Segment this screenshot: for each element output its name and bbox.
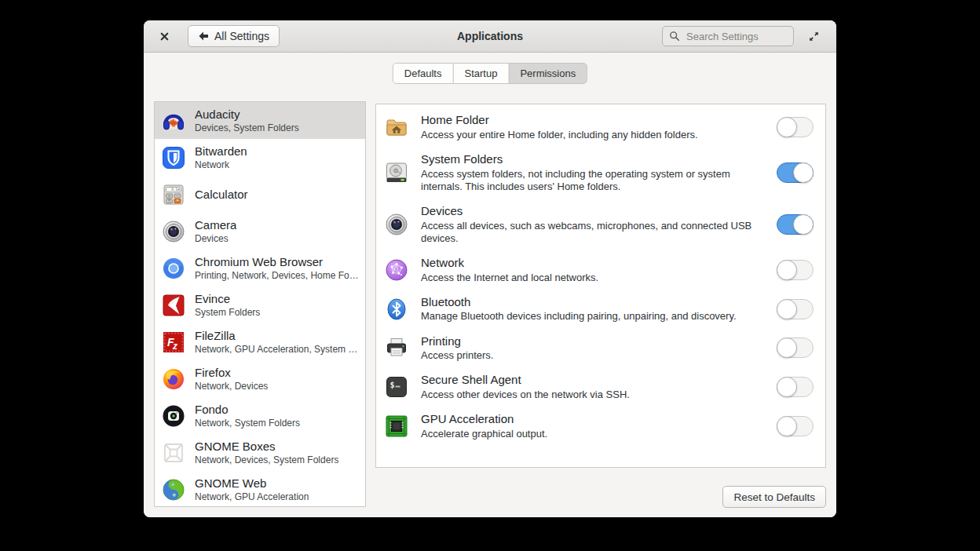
- app-permissions-summary: Devices, System Folders: [195, 122, 299, 133]
- gnome-web-icon: [161, 477, 186, 502]
- search-icon: [669, 31, 680, 42]
- app-name: Audacity: [195, 108, 299, 122]
- permission-description: Manage Bluetooth devices including pairi…: [421, 310, 765, 323]
- permission-description: Access your entire Home folder, includin…: [421, 129, 765, 141]
- audacity-icon: [161, 108, 186, 133]
- sidebar-item-gnome-boxes[interactable]: GNOME BoxesNetwork, Devices, System Fold…: [155, 434, 365, 471]
- permissions-panel: Home FolderAccess your entire Home folde…: [375, 104, 826, 468]
- toggle-knob: [777, 117, 797, 137]
- permission-title: Bluetooth: [421, 295, 765, 310]
- settings-window: All Settings Applications DefaultsStartu…: [144, 20, 836, 517]
- permission-toggle-secure-shell-agent[interactable]: [777, 377, 814, 397]
- app-name: GNOME Boxes: [195, 440, 338, 454]
- app-permissions-summary: Printing, Network, Devices, Home Folder: [195, 270, 359, 281]
- firefox-icon: [161, 367, 186, 392]
- permission-toggle-devices[interactable]: [777, 214, 814, 235]
- svg-text:×: ×: [168, 199, 170, 203]
- sidebar-item-camera[interactable]: CameraDevices: [155, 213, 365, 250]
- sidebar-item-evince[interactable]: EvinceSystem Folders: [155, 286, 365, 323]
- devices-icon: [384, 212, 409, 237]
- svg-text:3.14: 3.14: [171, 188, 180, 192]
- permission-row-bluetooth: BluetoothManage Bluetooth devices includ…: [376, 290, 825, 329]
- permission-toggle-gpu-acceleration[interactable]: [777, 416, 814, 436]
- permission-title: Secure Shell Agent: [421, 373, 765, 388]
- reset-to-defaults-button[interactable]: Reset to Defaults: [722, 486, 826, 508]
- gnome-boxes-icon: [161, 440, 186, 465]
- titlebar: All Settings Applications: [144, 20, 836, 53]
- svg-text:+: +: [168, 193, 170, 197]
- permission-toggle-printing[interactable]: [777, 338, 814, 358]
- sidebar-item-audacity[interactable]: AudacityDevices, System Folders: [155, 102, 365, 139]
- window-title: Applications: [457, 30, 523, 42]
- desktop-background: All Settings Applications DefaultsStartu…: [0, 0, 980, 551]
- app-text: Calculator: [195, 188, 248, 202]
- sidebar-item-fondo[interactable]: FondoNetwork, System Folders: [155, 397, 365, 434]
- svg-text:$: $: [390, 381, 395, 389]
- permission-title: Printing: [421, 334, 765, 349]
- tab-startup[interactable]: Startup: [452, 63, 509, 84]
- app-text: Chromium Web BrowserPrinting, Network, D…: [195, 255, 359, 281]
- ssh-icon: $: [384, 374, 409, 400]
- close-icon[interactable]: [155, 27, 174, 46]
- toggle-knob: [793, 214, 814, 235]
- permission-toggle-home-folder[interactable]: [777, 117, 814, 137]
- back-arrow-icon: [198, 31, 209, 42]
- permission-text: System FoldersAccess system folders, not…: [421, 152, 765, 193]
- app-text: FirefoxNetwork, Devices: [195, 366, 268, 392]
- sidebar-item-calculator[interactable]: 3.14+−×=Calculator: [155, 176, 365, 213]
- permission-toggle-bluetooth[interactable]: [777, 299, 814, 319]
- permission-description: Access other devices on the network via …: [421, 389, 765, 401]
- svg-text:−: −: [177, 193, 179, 197]
- all-settings-button[interactable]: All Settings: [188, 25, 280, 47]
- bitwarden-icon: [161, 145, 186, 170]
- toggle-knob: [777, 338, 797, 358]
- app-permissions-summary: Network, System Folders: [195, 418, 300, 429]
- calculator-icon: 3.14+−×=: [161, 182, 186, 207]
- sidebar-item-chromium-web-browser[interactable]: Chromium Web BrowserPrinting, Network, D…: [155, 250, 365, 286]
- app-text: CameraDevices: [195, 218, 236, 244]
- app-name: Calculator: [195, 188, 248, 202]
- sidebar-item-gnome-web[interactable]: GNOME WebNetwork, GPU Acceleration: [155, 471, 365, 507]
- toggle-knob: [777, 260, 797, 280]
- search-input[interactable]: [685, 30, 787, 43]
- app-name: Camera: [195, 218, 236, 232]
- app-permissions-summary: Devices: [195, 233, 236, 244]
- sidebar-item-bitwarden[interactable]: BitwardenNetwork: [155, 139, 365, 176]
- svg-text:z: z: [172, 341, 177, 352]
- permission-title: Devices: [421, 204, 765, 219]
- app-name: Fondo: [195, 403, 300, 417]
- tab-permissions[interactable]: Permissions: [508, 63, 587, 84]
- permission-text: BluetoothManage Bluetooth devices includ…: [421, 295, 765, 323]
- fondo-icon: [161, 403, 186, 429]
- app-name: Evince: [195, 292, 260, 306]
- permission-description: Access the Internet and local networks.: [421, 272, 765, 284]
- app-permissions-summary: Network, GPU Acceleration, System Folder…: [195, 344, 359, 355]
- filezilla-icon: Fz: [161, 330, 186, 355]
- permission-text: PrintingAccess printers.: [421, 334, 765, 363]
- sidebar-item-filezilla[interactable]: FzFileZillaNetwork, GPU Acceleration, Sy…: [155, 323, 365, 360]
- search-input-wrapper: [662, 26, 794, 46]
- permission-description: Access system folders, not including the…: [421, 168, 765, 193]
- permission-row-home-folder: Home FolderAccess your entire Home folde…: [376, 108, 825, 147]
- bluetooth-icon: [384, 297, 409, 322]
- permission-title: Network: [421, 256, 765, 271]
- tab-defaults[interactable]: Defaults: [393, 63, 454, 84]
- app-text: EvinceSystem Folders: [195, 292, 260, 318]
- permission-description: Accelerate graphical output.: [421, 428, 765, 440]
- all-settings-label: All Settings: [214, 30, 269, 42]
- expand-icon[interactable]: [805, 27, 822, 45]
- permission-toggle-network[interactable]: [777, 260, 814, 280]
- printing-icon: [384, 335, 409, 360]
- permission-toggle-system-folders[interactable]: [777, 162, 814, 183]
- home-folder-icon: [384, 115, 409, 140]
- system-folders-icon: [384, 160, 409, 185]
- gpu-icon: [384, 414, 409, 439]
- permission-row-network: NetworkAccess the Internet and local net…: [376, 250, 825, 290]
- evince-icon: [161, 293, 186, 318]
- window-body: DefaultsStartupPermissions AudacityDevic…: [144, 53, 836, 517]
- svg-text:=: =: [177, 199, 179, 203]
- permission-text: DevicesAccess all devices, such as webca…: [421, 204, 765, 245]
- permission-description: Access printers.: [421, 349, 765, 362]
- permission-row-system-folders: System FoldersAccess system folders, not…: [376, 147, 825, 199]
- sidebar-item-firefox[interactable]: FirefoxNetwork, Devices: [155, 360, 365, 397]
